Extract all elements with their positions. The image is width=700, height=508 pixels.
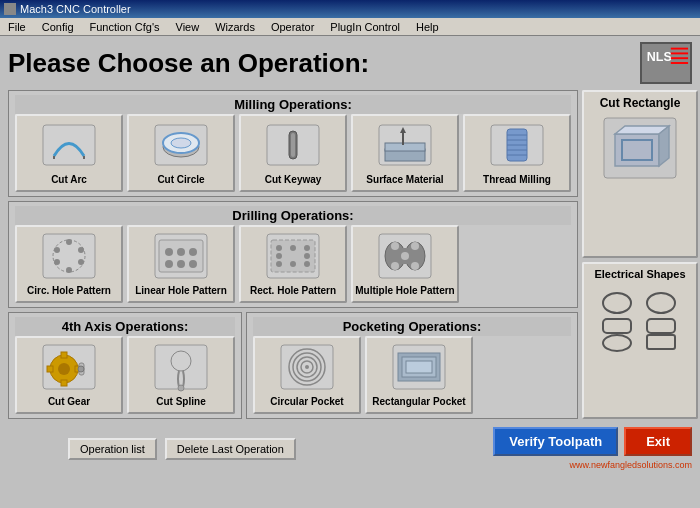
milling-tiles: Cut Arc Cut Circle: [15, 114, 571, 192]
drill-tiles: Circ. Hole Pattern: [15, 225, 571, 303]
circ-pocket-label: Circular Pocket: [270, 396, 343, 408]
svg-rect-66: [61, 352, 67, 358]
pocketing-tiles: Circular Pocket: [253, 336, 571, 414]
svg-point-65: [58, 363, 70, 375]
pocketing-section: Pocketing Operations:: [246, 312, 578, 419]
svg-rect-84: [406, 361, 432, 373]
elec-shapes-label: Electrical Shapes: [594, 268, 685, 281]
svg-point-35: [54, 247, 60, 253]
svg-point-39: [177, 248, 185, 256]
linear-hole-label: Linear Hole Pattern: [135, 285, 227, 297]
svg-point-53: [304, 261, 310, 267]
menu-help[interactable]: Help: [412, 20, 443, 34]
main-content: Please Choose an Operation: NLS Milling …: [0, 36, 700, 508]
bottom-bar: Operation list Delete Last Operation Ver…: [8, 423, 692, 474]
thread-milling-label: Thread Milling: [483, 174, 551, 186]
circ-hole-label: Circ. Hole Pattern: [27, 285, 111, 297]
svg-point-38: [165, 248, 173, 256]
op-cut-spline[interactable]: Cut Spline: [127, 336, 235, 414]
cut-keyway-label: Cut Keyway: [265, 174, 322, 186]
lower-sections: Drilling Operations:: [8, 201, 578, 308]
svg-rect-18: [385, 143, 425, 151]
menu-plugin[interactable]: PlugIn Control: [326, 20, 404, 34]
op-cut-circle[interactable]: Cut Circle: [127, 114, 235, 192]
svg-point-48: [304, 245, 310, 251]
cut-gear-label: Cut Gear: [48, 396, 90, 408]
drilling-label: Drilling Operations:: [15, 206, 571, 225]
multi-hole-label: Multiple Hole Pattern: [355, 285, 454, 297]
right-panel: Cut Rectangle Electrical Shapes: [582, 90, 700, 419]
menu-operator[interactable]: Operator: [267, 20, 318, 34]
delete-last-op-button[interactable]: Delete Last Operation: [165, 438, 296, 460]
op-cut-rectangle[interactable]: Cut Rectangle: [582, 90, 698, 258]
op-rect-pocket[interactable]: Rectangular Pocket: [365, 336, 473, 414]
op-thread-milling[interactable]: Thread Milling: [463, 114, 571, 192]
axis-section: 4th Axis Operations:: [8, 312, 242, 419]
svg-point-42: [177, 260, 185, 268]
op-rect-hole[interactable]: Rect. Hole Pattern: [239, 225, 347, 303]
svg-point-74: [178, 385, 184, 391]
drilling-section: Drilling Operations:: [8, 201, 578, 308]
exit-button[interactable]: Exit: [624, 427, 692, 456]
svg-rect-68: [47, 366, 53, 372]
app-icon: [4, 3, 16, 15]
rect-pocket-label: Rectangular Pocket: [372, 396, 465, 408]
svg-point-59: [391, 262, 399, 270]
menu-function-cfgs[interactable]: Function Cfg's: [86, 20, 164, 34]
op-cut-arc[interactable]: Cut Arc: [15, 114, 123, 192]
op-multi-hole[interactable]: Multiple Hole Pattern: [351, 225, 459, 303]
op-surface-material[interactable]: Surface Material: [351, 114, 459, 192]
svg-point-49: [276, 253, 282, 259]
svg-point-40: [189, 248, 197, 256]
svg-point-43: [189, 260, 197, 268]
menu-view[interactable]: View: [172, 20, 204, 34]
op-circular-pocket[interactable]: Circular Pocket: [253, 336, 361, 414]
svg-rect-92: [603, 319, 631, 333]
svg-point-58: [391, 242, 399, 250]
operation-list-button[interactable]: Operation list: [68, 438, 157, 460]
svg-point-32: [78, 259, 84, 265]
cut-circle-icon: [148, 119, 214, 171]
circ-hole-icon: [36, 230, 102, 282]
page-title-text: Please Choose an Operation:: [8, 48, 369, 79]
title-bar: Mach3 CNC Controller: [0, 0, 700, 18]
sections-area: Milling Operations: Cut Arc: [8, 90, 692, 419]
svg-point-50: [304, 253, 310, 259]
svg-rect-93: [647, 319, 675, 333]
linear-hole-icon: [148, 230, 214, 282]
op-circ-hole[interactable]: Circ. Hole Pattern: [15, 225, 123, 303]
axis-label: 4th Axis Operations:: [15, 317, 235, 336]
svg-rect-67: [61, 380, 67, 386]
axis-tiles: Cut Gear: [15, 336, 235, 414]
svg-rect-15: [291, 133, 295, 157]
menu-wizards[interactable]: Wizards: [211, 20, 259, 34]
rect-hole-label: Rect. Hole Pattern: [250, 285, 336, 297]
svg-point-61: [411, 262, 419, 270]
surface-material-label: Surface Material: [366, 174, 443, 186]
verify-toolpath-button[interactable]: Verify Toolpath: [493, 427, 618, 456]
menu-bar: File Config Function Cfg's View Wizards …: [0, 18, 700, 36]
cut-gear-icon: [36, 341, 102, 393]
op-linear-hole[interactable]: Linear Hole Pattern: [127, 225, 235, 303]
svg-point-60: [411, 242, 419, 250]
menu-file[interactable]: File: [4, 20, 30, 34]
svg-marker-88: [659, 126, 669, 166]
cut-arc-label: Cut Arc: [51, 174, 87, 186]
svg-point-91: [647, 293, 675, 313]
op-cut-gear[interactable]: Cut Gear: [15, 336, 123, 414]
op-electrical-shapes[interactable]: Electrical Shapes: [582, 262, 698, 419]
cut-keyway-icon: [260, 119, 326, 171]
svg-point-33: [66, 267, 72, 273]
svg-point-80: [305, 365, 309, 369]
bottom-left-buttons: Operation list Delete Last Operation: [68, 438, 296, 460]
svg-point-34: [54, 259, 60, 265]
menu-config[interactable]: Config: [38, 20, 78, 34]
page-title-row: Please Choose an Operation: NLS: [8, 42, 692, 84]
op-cut-keyway[interactable]: Cut Keyway: [239, 114, 347, 192]
svg-point-90: [603, 293, 631, 313]
cut-spline-icon: [148, 341, 214, 393]
pocketing-label: Pocketing Operations:: [253, 317, 571, 336]
svg-point-30: [66, 239, 72, 245]
circ-pocket-icon: [274, 341, 340, 393]
multi-hole-icon: [372, 230, 438, 282]
